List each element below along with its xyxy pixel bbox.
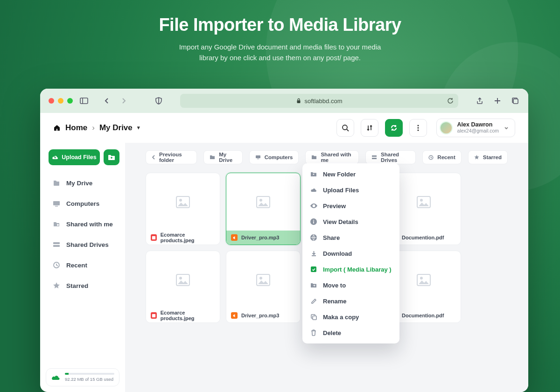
svg-point-7 [343, 125, 347, 130]
tabs-icon[interactable] [511, 96, 520, 105]
chip-previous-folder[interactable]: Previous folder [146, 150, 197, 164]
file-name: Documention.pdf [402, 313, 444, 318]
storage-widget: 92.22 MB of 15 GB used [46, 368, 119, 386]
storage-text: 92.22 MB of 15 GB used [65, 377, 114, 382]
ctx-preview[interactable]: Preview [302, 198, 399, 214]
ctx-label: Move to [323, 282, 346, 289]
image-file-icon [151, 312, 157, 319]
more-button[interactable] [409, 119, 427, 137]
address-text: softlabbd.com [305, 98, 343, 105]
ctx-label: Maka a copy [323, 314, 359, 321]
ctx-make-a-copy[interactable]: Maka a copy [302, 309, 399, 325]
file-card-selected[interactable]: Driver_pro.mp3 [226, 173, 301, 245]
ctx-upload-files[interactable]: Upload Files [302, 182, 399, 198]
address-bar[interactable]: softlabbd.com [180, 94, 458, 108]
sidebar-item-label: Shared with me [66, 221, 113, 228]
close-icon[interactable] [49, 98, 54, 104]
chip-label: Shared Drives [381, 152, 410, 163]
svg-rect-21 [372, 158, 377, 159]
ctx-move-to[interactable]: Move to [302, 277, 399, 293]
avatar [440, 121, 453, 134]
breadcrumb-drive[interactable]: My Drive [99, 123, 133, 133]
file-card[interactable]: Ecomarce products.jpeg [146, 251, 220, 323]
search-button[interactable] [336, 119, 354, 137]
ctx-label: New Folder [323, 171, 356, 178]
share-icon[interactable] [475, 96, 484, 105]
caret-down-icon[interactable]: ▾ [137, 125, 140, 131]
minimize-icon[interactable] [58, 98, 63, 104]
sidebar-item-shared-with-me[interactable]: Shared with me [49, 215, 119, 233]
app-header: Home › My Drive ▾ Alex Dawron alex24@gma… [40, 113, 528, 143]
sort-button[interactable] [361, 119, 378, 137]
sidebar-item-shared-drives[interactable]: Shared Drives [49, 235, 119, 254]
sidebar-item-label: Recent [66, 262, 87, 269]
chip-starred[interactable]: Starred [468, 150, 508, 164]
file-card[interactable]: Driver_pro.mp3 [226, 251, 301, 323]
shield-icon[interactable] [154, 96, 163, 105]
shared-icon [311, 155, 317, 160]
new-folder-button[interactable] [104, 149, 119, 165]
sort-icon [366, 124, 373, 132]
sync-icon [390, 124, 398, 132]
sidebar-toggle-icon[interactable] [79, 96, 89, 105]
chip-shared-with-me[interactable]: Shared with me [305, 150, 359, 164]
ctx-delete[interactable]: Delete [302, 325, 399, 341]
chip-label: Shared with me [321, 152, 353, 163]
sidebar-item-starred[interactable]: Starred [49, 276, 119, 295]
ctx-label: View Details [323, 218, 358, 225]
chip-my-drive[interactable]: My Drive [203, 150, 242, 164]
toolbar-chips: Previous folder My Drive Computers Share… [146, 150, 508, 164]
svg-point-11 [417, 129, 419, 131]
reload-icon[interactable] [447, 98, 454, 104]
kebab-icon [417, 124, 419, 132]
ctx-view-details[interactable]: View Details [302, 214, 399, 230]
shared-drives-icon [371, 155, 377, 160]
thumbnail-placeholder [146, 173, 220, 231]
back-icon[interactable] [102, 96, 111, 105]
forward-icon[interactable] [119, 96, 129, 105]
chip-label: Computers [265, 154, 293, 160]
thumbnail-placeholder [226, 173, 300, 231]
chip-label: My Drive [219, 152, 236, 163]
file-card[interactable]: Ecomarce products.jpeg [146, 173, 220, 245]
sync-button[interactable] [385, 119, 403, 137]
svg-point-39 [313, 220, 314, 221]
ctx-import-media-library[interactable]: Import ( Media Libaray ) [302, 261, 399, 277]
ctx-share[interactable]: Share [302, 230, 399, 245]
lock-icon [296, 98, 301, 104]
window-controls[interactable] [49, 98, 73, 104]
sidebar-item-computers[interactable]: Computers [49, 194, 119, 213]
chip-recent[interactable]: Recent [422, 150, 461, 164]
home-icon [53, 124, 61, 132]
folder-plus-icon [108, 154, 115, 161]
audio-file-icon [231, 312, 238, 319]
sidebar: Upload Files My Drive Computers Shared w… [40, 143, 125, 392]
maximize-icon[interactable] [67, 98, 73, 104]
user-chip[interactable]: Alex Dawron alex24@gmail.com [436, 119, 515, 137]
ctx-rename[interactable]: Rename [302, 293, 399, 309]
file-name: Ecomarce products.jpeg [161, 232, 215, 243]
sidebar-item-my-drive[interactable]: My Drive [49, 174, 119, 192]
svg-point-9 [417, 125, 419, 126]
sidebar-item-label: Shared Drives [66, 241, 109, 248]
svg-rect-15 [53, 242, 60, 244]
new-tab-icon[interactable] [493, 96, 502, 105]
svg-point-36 [420, 277, 423, 280]
svg-point-27 [259, 199, 262, 202]
hero-subtitle: Import any Google Drive document and med… [0, 42, 560, 63]
chip-computers[interactable]: Computers [249, 150, 299, 164]
chevron-down-icon [504, 125, 509, 131]
folder-icon [210, 155, 215, 160]
chip-shared-drives[interactable]: Shared Drives [365, 150, 416, 164]
svg-rect-0 [80, 98, 88, 104]
chip-label: Recent [437, 154, 455, 160]
ctx-new-folder[interactable]: New Folder [302, 166, 399, 182]
sidebar-item-recent[interactable]: Recent [49, 256, 119, 274]
ctx-download[interactable]: Download [302, 245, 399, 261]
sidebar-item-label: My Drive [66, 180, 92, 187]
svg-rect-32 [152, 314, 155, 317]
breadcrumb-home[interactable]: Home [65, 123, 87, 133]
upload-files-button[interactable]: Upload Files [49, 149, 100, 165]
breadcrumb-sep: › [92, 123, 95, 133]
svg-rect-38 [313, 221, 314, 224]
